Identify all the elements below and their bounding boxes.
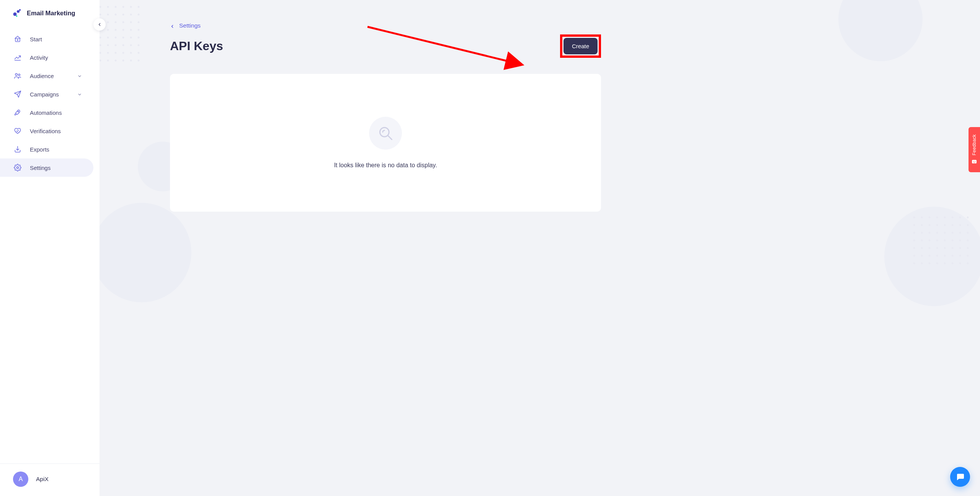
svg-point-78 (959, 224, 961, 226)
annotation-highlight-box: Create (560, 34, 601, 58)
svg-point-7 (15, 73, 17, 75)
svg-point-100 (944, 247, 946, 249)
svg-rect-4 (15, 38, 20, 41)
svg-point-105 (921, 255, 923, 257)
svg-point-88 (913, 240, 915, 241)
svg-point-60 (838, 0, 923, 61)
sidebar-item-activity[interactable]: Activity (0, 48, 93, 67)
svg-point-104 (913, 255, 915, 257)
svg-point-67 (936, 217, 938, 219)
user-menu[interactable]: A ApiX (0, 463, 100, 496)
svg-point-85 (952, 232, 954, 234)
sidebar-item-verifications[interactable]: Verifications (0, 122, 93, 140)
chart-line-icon (14, 54, 21, 61)
svg-point-110 (959, 255, 961, 257)
sidebar-item-start[interactable]: Start (0, 30, 93, 48)
svg-point-69 (952, 217, 954, 219)
svg-point-113 (921, 263, 923, 264)
svg-point-64 (913, 217, 915, 219)
svg-point-66 (929, 217, 931, 219)
svg-point-124 (973, 161, 974, 162)
decorative-circle (838, 0, 923, 61)
chevron-left-icon (97, 22, 102, 27)
svg-point-99 (936, 247, 938, 249)
svg-point-70 (959, 217, 961, 219)
feedback-label: Feedback (972, 134, 977, 155)
sidebar-item-settings[interactable]: Settings (0, 158, 93, 177)
svg-point-71 (967, 217, 969, 219)
svg-point-0 (13, 13, 17, 16)
svg-point-109 (952, 255, 954, 257)
svg-point-112 (913, 263, 915, 264)
brand-logo-icon (12, 8, 21, 18)
svg-point-120 (380, 127, 389, 137)
svg-point-116 (944, 263, 946, 264)
feedback-tab[interactable]: Feedback (969, 127, 980, 172)
sidebar-nav: Start Activity Audience (0, 28, 100, 177)
sidebar-item-label: Verifications (30, 128, 87, 134)
svg-point-11 (17, 167, 19, 169)
app-root: Email Marketing Start Activity (0, 0, 980, 496)
sidebar-item-label: Automations (30, 109, 87, 116)
svg-point-77 (952, 224, 954, 226)
svg-point-72 (913, 224, 915, 226)
svg-point-119 (967, 263, 969, 264)
svg-point-3 (16, 15, 18, 17)
sidebar-item-label: Start (30, 36, 87, 42)
svg-point-73 (921, 224, 923, 226)
send-icon (14, 90, 21, 98)
svg-point-111 (967, 255, 969, 257)
svg-point-103 (967, 247, 969, 249)
svg-point-8 (18, 74, 20, 75)
users-icon (14, 72, 21, 80)
sidebar-item-label: Audience (30, 73, 69, 79)
svg-point-68 (944, 217, 946, 219)
home-icon (14, 35, 21, 43)
download-icon (14, 145, 21, 153)
svg-point-63 (884, 207, 980, 306)
svg-point-84 (944, 232, 946, 234)
svg-point-96 (913, 247, 915, 249)
svg-point-1 (17, 10, 20, 13)
svg-point-74 (929, 224, 931, 226)
svg-point-94 (959, 240, 961, 241)
empty-state-message: It looks like there is no data to displa… (334, 162, 437, 169)
svg-point-79 (967, 224, 969, 226)
svg-point-108 (944, 255, 946, 257)
sidebar-item-automations[interactable]: Automations (0, 103, 93, 122)
sidebar-item-exports[interactable]: Exports (0, 140, 93, 158)
sidebar-item-label: Campaigns (30, 91, 69, 98)
svg-point-106 (929, 255, 931, 257)
collapse-sidebar-button[interactable] (93, 18, 106, 31)
svg-point-65 (921, 217, 923, 219)
svg-point-81 (921, 232, 923, 234)
breadcrumb-parent: Settings (179, 22, 201, 29)
brand: Email Marketing (0, 0, 100, 28)
svg-point-86 (959, 232, 961, 234)
empty-state-card: It looks like there is no data to displa… (170, 74, 601, 212)
chat-button[interactable] (950, 467, 970, 487)
svg-point-114 (929, 263, 931, 264)
avatar: A (13, 472, 28, 487)
svg-point-115 (936, 263, 938, 264)
svg-point-117 (952, 263, 954, 264)
svg-point-97 (921, 247, 923, 249)
decorative-circle (884, 207, 980, 306)
rocket-icon (14, 109, 21, 116)
svg-point-80 (913, 232, 915, 234)
svg-point-92 (944, 240, 946, 241)
user-name: ApiX (36, 476, 49, 483)
svg-point-83 (936, 232, 938, 234)
sidebar-item-audience[interactable]: Audience (0, 67, 93, 85)
svg-point-2 (19, 9, 21, 11)
svg-point-9 (18, 111, 19, 112)
chat-icon (956, 472, 965, 481)
sidebar-item-campaigns[interactable]: Campaigns (0, 85, 93, 103)
brand-name: Email Marketing (27, 10, 75, 17)
create-button[interactable]: Create (564, 38, 598, 54)
sidebar-item-label: Settings (30, 165, 87, 171)
chevron-down-icon (77, 73, 83, 78)
sidebar-item-label: Activity (30, 54, 87, 61)
breadcrumb[interactable]: Settings (170, 22, 201, 29)
sidebar-item-label: Exports (30, 146, 87, 153)
